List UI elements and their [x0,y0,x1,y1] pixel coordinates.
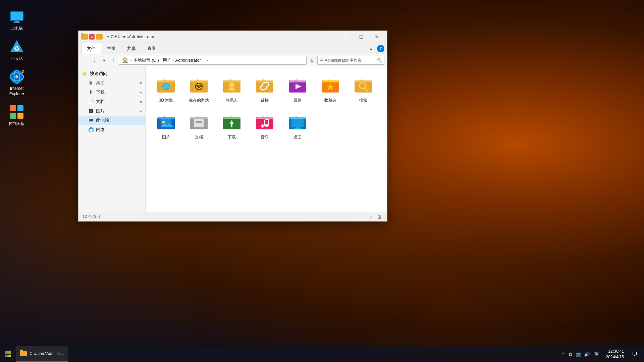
start-button[interactable] [0,346,16,362]
file-label-desktop: 桌面 [293,135,302,140]
refresh-button[interactable]: ↻ [308,56,316,64]
svg-rect-3 [13,22,20,23]
pictures-sidebar-icon: 🖼 [88,108,94,114]
up-button[interactable]: ↑ [109,56,117,64]
path-local-disk-text[interactable]: 本地磁盘 (C:) [133,57,159,63]
path-chevron-4: › [202,58,203,62]
folder-favorites-icon [320,74,341,96]
search-input[interactable] [320,58,376,63]
path-users-text[interactable]: 用户 [163,57,171,63]
folder-3d-icon [155,74,177,96]
tray-display-icon[interactable]: 📺 [576,352,581,357]
help-button[interactable]: ? [377,45,384,52]
tab-share[interactable]: 共享 [121,43,142,54]
desktop-icon-recycle-bin[interactable]: ♻ 回收站 [3,37,30,64]
tab-file[interactable]: 文件 [81,43,101,54]
taskbar-item-explorer[interactable]: C:\Users\Adminis... [16,346,68,362]
title-dropdown-btn[interactable]: ▼ [105,34,111,40]
desktop-icon-this-pc[interactable]: 此电脑 [3,7,30,34]
folder-music-icon [254,111,275,133]
file-item-desktop[interactable]: 桌面 [282,109,313,143]
ribbon-help-area: ▲ ? [366,43,384,54]
language-indicator[interactable]: 英 [592,351,601,357]
sidebar-item-pictures[interactable]: 🖼 图片 ★ [78,106,145,116]
folder-pictures-icon [155,111,177,133]
history-dropdown-button[interactable]: ▾ [100,56,108,64]
taskbar-clock[interactable]: 12:36:41 2024/4/15 [603,349,627,360]
search-box[interactable]: 🔍 [317,56,384,65]
large-icon-view-button[interactable]: ⊞ [376,213,383,221]
maximize-button[interactable]: ☐ [354,32,369,42]
file-item-pictures[interactable]: 图片 [151,109,181,143]
minimize-button[interactable]: ─ [338,32,354,42]
file-item-videos[interactable]: 视频 [282,72,313,106]
desktop-pin-icon: ★ [139,81,143,85]
file-item-saved-games[interactable]: 😎 保存的游戏 [184,72,214,106]
title-bar: ✕ ▼ C:\Users\Administrator ─ ☐ ✕ [78,31,387,43]
tab-home[interactable]: 主页 [101,43,121,54]
title-bar-icons: ✕ [81,34,103,40]
file-item-music[interactable]: 音乐 [250,109,280,143]
recycle-bin-icon: ♻ [9,39,25,55]
file-item-3d-objects[interactable]: 3D 对象 [151,72,181,106]
file-label-favorites: 收藏夹 [324,98,336,103]
desktop-icon-control-panel[interactable]: 控制面板 [3,102,30,129]
sidebar-item-this-pc[interactable]: 💻 此电脑 [78,116,145,125]
file-item-favorites[interactable]: 收藏夹 [315,72,345,106]
path-administrator-text[interactable]: Administrator [175,58,201,63]
sidebar-item-downloads[interactable]: ⬇ 下载 ★ [78,87,145,97]
title-controls: ─ ☐ ✕ [338,32,384,42]
svg-point-9 [15,75,18,78]
title-path: C:\Users\Administrator [111,34,338,39]
svg-point-46 [261,124,264,128]
address-path-box[interactable]: 🏠 » 本地磁盘 (C:) › 用户 › Administrator › ▾ [119,56,307,65]
documents-sidebar-label: 文档 [96,99,137,105]
file-item-links[interactable]: 链接 [250,72,280,106]
sidebar-item-desktop[interactable]: 🖥 桌面 ★ [78,78,145,87]
tab-view[interactable]: 查看 [142,43,162,54]
this-pc-icon [9,9,25,25]
svg-text:😎: 😎 [196,84,202,89]
search-icon[interactable]: 🔍 [377,58,382,63]
list-view-button[interactable]: ≡ [367,213,374,221]
title-folder-icon [81,34,88,40]
notification-button[interactable]: 🗨 [629,351,640,357]
file-item-search[interactable]: 搜索 [348,72,378,106]
ribbon-tabs: 文件 主页 共享 查看 ▲ ? [78,43,387,54]
clock-date: 2024/4/15 [606,354,624,360]
file-label-search: 搜索 [359,98,367,103]
svg-rect-12 [17,105,23,111]
path-dropdown-btn[interactable]: ▾ [205,56,210,64]
this-pc-sidebar-icon: 💻 [88,117,94,123]
svg-point-36 [162,121,165,123]
folder-downloads-icon [221,111,243,133]
file-label-saved-games: 保存的游戏 [189,98,209,103]
svg-rect-57 [8,355,11,357]
file-label-documents: 文档 [195,135,203,140]
tray-volume-icon[interactable]: 🔊 [584,352,590,357]
svg-rect-51 [291,119,304,127]
sidebar-item-network[interactable]: 🌐 网络 [78,125,145,134]
file-item-contacts[interactable]: 联系人 [217,72,247,106]
svg-rect-54 [5,351,8,354]
path-local-disk: 本地磁盘 (C:) [133,57,159,63]
path-home: 🏠 [122,57,128,63]
status-right: ≡ ⊞ [367,213,383,221]
desktop-icon-ie[interactable]: e Internet Explorer [3,67,30,99]
file-item-documents[interactable]: 文档 [184,109,214,143]
file-item-downloads[interactable]: 下载 [217,109,247,143]
close-button[interactable]: ✕ [369,32,384,42]
recycle-bin-label: 回收站 [11,56,23,62]
file-label-downloads: 下载 [228,135,236,140]
svg-point-25 [229,82,234,88]
file-label-pictures: 图片 [162,135,170,140]
file-icons-container: 3D 对象 😎 保存的游戏 [151,72,382,142]
status-bar: 12 个项目 ≡ ⊞ [78,212,387,221]
forward-button[interactable]: › [91,56,99,64]
svg-text:♻: ♻ [14,45,20,52]
this-pc-sidebar-label: 此电脑 [96,117,143,123]
sidebar-item-documents[interactable]: 📄 文档 ★ [78,97,145,106]
back-button[interactable]: ‹ [81,56,89,64]
ribbon-expand-btn[interactable]: ▲ [366,44,376,53]
tray-network-icon[interactable]: 🖥 [568,352,573,357]
